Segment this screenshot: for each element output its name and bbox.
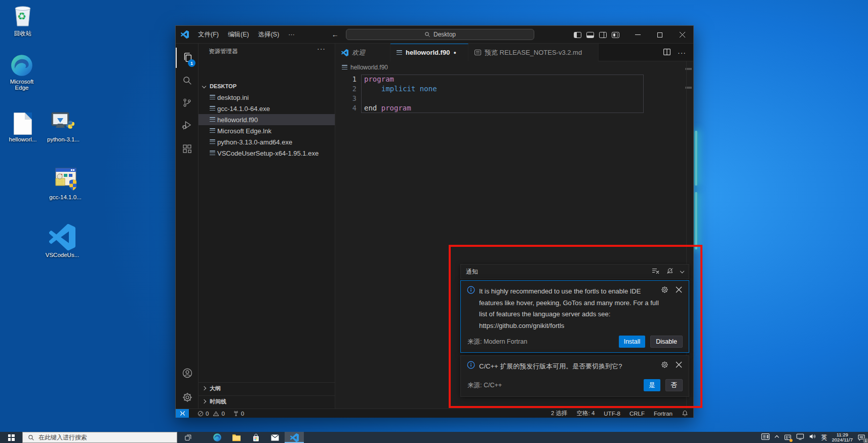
command-center-search[interactable]: Desktop — [346, 29, 534, 40]
file-icon — [210, 139, 215, 144]
minimize-icon[interactable] — [626, 26, 649, 44]
desktop-icon-label: gcc-14.1.0... — [49, 194, 81, 200]
more-actions-icon[interactable]: ··· — [317, 45, 326, 53]
menu-edit[interactable]: 编辑(E) — [223, 30, 254, 39]
search-icon[interactable] — [176, 70, 199, 90]
hidden-icons-chevron[interactable] — [775, 435, 779, 439]
menu-more[interactable]: ··· — [284, 31, 299, 38]
split-editor-icon[interactable] — [663, 48, 670, 57]
breadcrumb[interactable]: helloworld.f90 — [342, 61, 388, 73]
taskbar-edge-icon[interactable] — [208, 432, 227, 443]
tray-date: 2024/11/7 — [832, 437, 853, 443]
vscode-logo-icon — [49, 224, 75, 250]
eol-status[interactable]: CRLF — [629, 411, 645, 417]
desktop-icon-edge[interactable]: Microsoft Edge — [0, 54, 44, 91]
menu-file[interactable]: 文件(F) — [193, 30, 223, 39]
file-icon — [210, 128, 215, 133]
input-indicator-icon[interactable] — [784, 434, 792, 441]
breadcrumb-file: helloworld.f90 — [350, 64, 388, 71]
maximize-icon[interactable] — [649, 26, 671, 44]
toggle-secondary-sidebar-icon[interactable] — [599, 32, 607, 38]
encoding-status[interactable]: UTF-8 — [604, 411, 620, 417]
search-icon — [28, 434, 34, 441]
indentation-status[interactable]: 空格: 4 — [577, 410, 595, 417]
search-placeholder: Desktop — [433, 31, 456, 38]
bell-icon[interactable] — [682, 410, 688, 417]
taskbar: 在此键入进行搜索 英 11:29 2024/11/7 1 — [0, 432, 868, 443]
desktop-icon-label: python-3.1... — [47, 136, 80, 142]
file-row[interactable]: python-3.13.0-amd64.exe — [199, 136, 335, 147]
taskbar-file-explorer-icon[interactable] — [227, 432, 246, 443]
settings-gear-icon[interactable] — [176, 387, 199, 408]
file-icon — [397, 50, 402, 55]
line-number: 4 — [335, 103, 357, 113]
news-widget-icon[interactable] — [761, 433, 770, 442]
desktop-icon-recycle-bin[interactable]: ♻ 回收站 — [1, 4, 45, 38]
vscode-logo-icon — [341, 49, 348, 56]
file-icon — [210, 117, 215, 122]
desktop-icon-vscode-installer[interactable]: VSCodeUs... — [41, 224, 84, 258]
selection-status[interactable]: 2 选择 — [551, 410, 568, 417]
clock[interactable]: 11:29 2024/11/7 — [832, 432, 853, 443]
desktop-icon-label: helloworl... — [9, 136, 37, 142]
desktop-icon-gcc-installer[interactable]: gcc-14.1.0... — [44, 166, 87, 200]
file-row-selected[interactable]: helloworld.f90 — [199, 114, 335, 125]
toggle-panel-icon[interactable] — [586, 32, 594, 38]
action-center-icon[interactable]: 1 — [857, 434, 865, 441]
file-row[interactable]: Microsoft Edge.lnk — [199, 125, 335, 136]
tab-helloworld-f90[interactable]: helloworld.f90 ● — [390, 44, 468, 61]
ports-status[interactable]: 0 — [230, 410, 247, 417]
file-row[interactable]: gcc-14.1.0-64.exe — [199, 103, 335, 114]
annotation-red-box — [449, 245, 702, 408]
taskbar-vscode-icon[interactable] — [285, 432, 304, 443]
chevron-right-icon — [202, 399, 206, 403]
language-status[interactable]: Fortran — [654, 411, 673, 417]
menu-selection[interactable]: 选择(S) — [254, 30, 284, 39]
code-line-4[interactable]: end program — [364, 103, 411, 113]
task-view-icon[interactable] — [177, 432, 199, 443]
start-button[interactable] — [0, 432, 22, 443]
taskbar-search-placeholder: 在此键入进行搜索 — [38, 433, 87, 442]
tree-section-desktop[interactable]: DESKTOP — [203, 81, 339, 91]
outline-section[interactable]: 大纲 — [199, 382, 335, 394]
taskbar-mail-icon[interactable] — [265, 432, 285, 443]
modified-dot-icon[interactable]: ● — [453, 50, 456, 55]
more-actions-icon[interactable]: ··· — [678, 49, 686, 57]
file-icon — [210, 106, 215, 111]
code-line-2[interactable]: implicit none — [381, 84, 437, 94]
line-number: 2 — [335, 84, 357, 94]
tree-section-label: DESKTOP — [210, 83, 236, 89]
back-arrow-icon[interactable]: ← — [328, 30, 343, 39]
explorer-badge: 1 — [188, 59, 195, 67]
account-icon[interactable] — [176, 363, 199, 383]
source-control-icon[interactable] — [176, 92, 199, 113]
desktop-icon-helloworld[interactable]: helloworl... — [1, 113, 45, 142]
taskbar-search[interactable]: 在此键入进行搜索 — [22, 432, 177, 443]
ime-language-indicator[interactable]: 英 — [821, 433, 827, 442]
volume-icon[interactable] — [809, 433, 816, 442]
remote-indicator[interactable] — [176, 409, 189, 418]
windows-logo-icon — [8, 434, 15, 441]
toggle-sidebar-icon[interactable] — [574, 32, 581, 38]
edge-icon — [10, 54, 33, 77]
file-row[interactable]: VSCodeUserSetup-x64-1.95.1.exe — [199, 147, 335, 159]
run-debug-icon[interactable] — [176, 115, 199, 135]
wallpaper-light-beam — [694, 131, 698, 186]
close-icon[interactable] — [671, 26, 693, 44]
timeline-section[interactable]: 时间线 — [199, 395, 335, 407]
tab-release-notes[interactable]: 预览 RELEASE_NOTES-v3.2.md — [468, 44, 599, 61]
code-line-1[interactable]: program — [364, 75, 394, 84]
wallpaper-light-beam — [694, 192, 698, 249]
network-icon[interactable] — [796, 433, 804, 442]
taskbar-store-icon[interactable] — [246, 432, 265, 443]
customize-layout-icon[interactable] — [612, 32, 619, 38]
extensions-icon[interactable] — [176, 138, 199, 159]
problems-status[interactable]: 0 0 — [195, 411, 227, 417]
file-row[interactable]: desktop.ini — [199, 92, 335, 103]
explorer-icon[interactable]: 1 — [176, 48, 199, 68]
recycle-bin-icon: ♻ — [11, 4, 34, 28]
search-icon — [424, 31, 430, 38]
desktop-icon-python-installer[interactable]: python-3.1... — [42, 109, 85, 142]
tab-welcome[interactable]: 欢迎 — [335, 44, 390, 61]
desktop-icon-label: Microsoft Edge — [4, 79, 40, 91]
